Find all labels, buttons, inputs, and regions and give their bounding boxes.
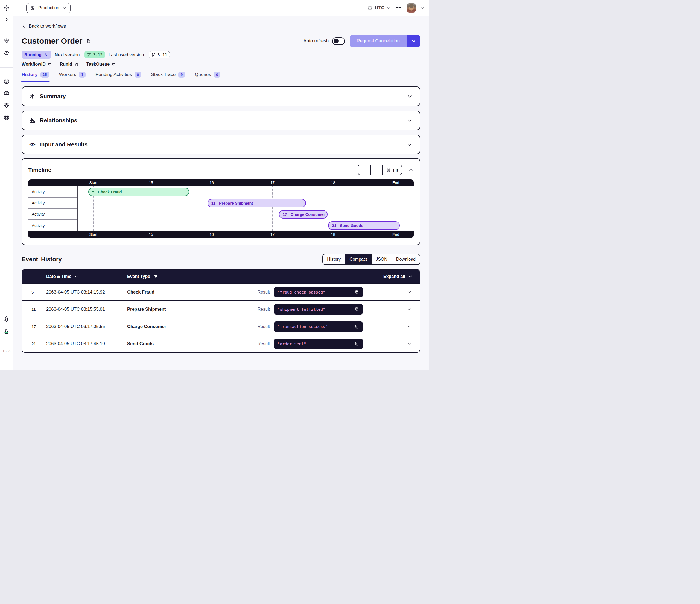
getting-started-icon[interactable] (3, 316, 10, 323)
copy-icon[interactable] (354, 290, 359, 295)
usage-icon[interactable] (3, 90, 10, 97)
tab-label: Workers (59, 72, 76, 77)
auto-refresh-toggle[interactable] (332, 38, 345, 45)
event-type: Send Goods (127, 341, 154, 346)
download-button[interactable]: Download (392, 255, 420, 264)
timeline-section: Timeline + − Fit Start 15 (22, 158, 420, 245)
back-link[interactable]: Back to workflows (22, 24, 66, 29)
copy-icon (74, 62, 79, 67)
namespaces-icon[interactable] (3, 78, 10, 84)
event-type: Check Fraud (127, 289, 154, 295)
chevron-down-icon[interactable] (420, 6, 424, 10)
sidebar: 1.2.3 (0, 0, 13, 370)
tab-workers[interactable]: Workers 1 (59, 72, 85, 82)
result-chip[interactable]: "shipment fulfilled" (274, 304, 363, 315)
last-version-value: 3.11 (157, 52, 167, 57)
view-history-button[interactable]: History (323, 255, 345, 264)
timeline-bar-check-fraud[interactable]: 5 Check Fraud (88, 188, 190, 196)
result-chip[interactable]: "order sent" (274, 339, 363, 349)
zoom-in-button[interactable]: + (358, 165, 370, 174)
fit-button[interactable]: Fit (382, 165, 402, 174)
expand-all-button[interactable]: Expand all (383, 274, 420, 279)
result-chip[interactable]: "fraud check passed" (274, 287, 363, 297)
view-json-button[interactable]: JSON (371, 255, 392, 264)
section-relationships[interactable]: Relationships (22, 111, 420, 130)
tab-stack-trace[interactable]: Stack Trace 0 (151, 72, 185, 82)
result-chip[interactable]: "transaction success" (274, 321, 363, 332)
tab-history[interactable]: History 25 (22, 72, 49, 82)
chevron-up-icon[interactable] (408, 167, 414, 173)
request-cancelation-label[interactable]: Request Cancelation (350, 35, 407, 47)
section-summary[interactable]: Summary (22, 87, 420, 106)
schedules-icon[interactable] (3, 50, 10, 56)
tab-label: History (22, 72, 38, 77)
tab-queries[interactable]: Queries 0 (195, 72, 220, 82)
timezone-selector[interactable]: UTC (367, 5, 391, 11)
section-input-results[interactable]: </> Input and Results (22, 135, 420, 154)
timeline-bar-send-goods[interactable]: 21 Send Goods (328, 221, 400, 230)
timeline-bar-prepare-shipment[interactable]: 11 Prepare Shipment (207, 199, 306, 207)
chevron-left-icon (22, 24, 26, 28)
chevron-down-icon (407, 307, 412, 312)
table-row[interactable]: 21 2063-04-05 UTC 03:17:45.10 Send Goods… (22, 335, 420, 352)
table-header: Date & Time Event Type Expand all (22, 270, 420, 283)
view-compact-button[interactable]: Compact (345, 255, 371, 264)
event-id: 5 (22, 290, 46, 294)
column-date-time[interactable]: Date & Time (46, 274, 127, 279)
copy-icon[interactable] (354, 341, 359, 346)
result-value: "transaction success" (278, 324, 328, 329)
zoom-out-button[interactable]: − (370, 165, 382, 174)
run-id-copy[interactable]: RunId (60, 62, 79, 67)
axis-tick: 17 (270, 179, 275, 186)
tab-pending-activities[interactable]: Pending Activities 0 (95, 72, 141, 82)
timeline-axis-top: Start 15 16 17 18 End (28, 179, 414, 186)
tab-label: Pending Activities (95, 72, 132, 77)
table-row[interactable]: 5 2063-04-05 UTC 03:14:15.92 Check Fraud… (22, 283, 420, 300)
main-content: Back to workflows Customer Order Auto re… (13, 16, 429, 370)
gridline (272, 186, 273, 231)
copy-icon[interactable] (354, 307, 359, 312)
section-label: Relationships (40, 117, 77, 124)
timeline-row-label: Activity (28, 197, 77, 209)
glasses-icon[interactable] (395, 4, 402, 11)
table-row[interactable]: 11 2063-04-05 UTC 03:15:55.01 Prepare Sh… (22, 300, 420, 318)
column-label: Date & Time (46, 274, 71, 279)
row-expand-chevron[interactable] (398, 307, 420, 312)
table-row[interactable]: 17 2063-04-05 UTC 03:17:05.55 Charge Con… (22, 318, 420, 335)
timeline-zoom-controls: + − Fit (358, 165, 402, 175)
chevron-down-icon (407, 341, 412, 346)
workflow-id-label: WorkflowID (22, 62, 46, 67)
workflows-icon[interactable] (3, 38, 10, 44)
row-expand-chevron[interactable] (398, 289, 420, 295)
axis-tick: 18 (331, 231, 335, 238)
row-expand-chevron[interactable] (398, 324, 420, 329)
timeline-bar-charge-consumer[interactable]: 17 Charge Consumer (279, 210, 328, 219)
environment-selector[interactable]: Production (26, 3, 71, 13)
column-event-type[interactable]: Event Type (127, 274, 383, 279)
code-icon: </> (29, 142, 35, 147)
event-datetime: 2063-04-05 UTC 03:17:45.10 (46, 341, 105, 346)
support-icon[interactable] (3, 114, 10, 121)
request-cancelation-button[interactable]: Request Cancelation (350, 35, 420, 47)
copy-icon[interactable] (86, 39, 91, 44)
event-id: 11 (22, 307, 46, 312)
avatar[interactable] (407, 3, 416, 13)
workflow-name: Customer Order (22, 37, 82, 46)
clock-icon (367, 5, 373, 11)
row-expand-chevron[interactable] (398, 341, 420, 346)
labs-icon[interactable] (3, 328, 10, 335)
workflow-id-copy[interactable]: WorkflowID (22, 62, 52, 67)
settings-icon[interactable] (3, 102, 10, 108)
task-queue-copy[interactable]: TaskQueue (86, 62, 116, 67)
tab-count: 1 (79, 72, 85, 78)
cancelation-menu-button[interactable] (407, 35, 420, 47)
expand-nav-icon[interactable] (4, 17, 9, 22)
axis-tick: Start (89, 179, 97, 186)
copy-icon[interactable] (354, 324, 359, 329)
fit-label: Fit (393, 168, 398, 172)
cycle-icon (30, 5, 35, 11)
timezone-label: UTC (375, 5, 384, 11)
event-datetime: 2063-04-05 UTC 03:14:15.92 (46, 289, 105, 295)
app-version: 1.2.3 (2, 349, 10, 353)
chevron-down-icon (386, 6, 391, 10)
